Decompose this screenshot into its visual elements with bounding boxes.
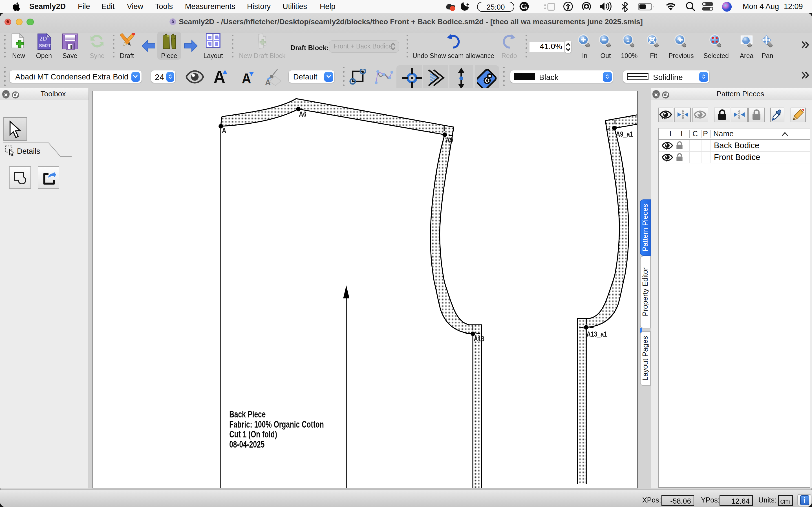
svg-text:A6: A6 [299,110,306,118]
svg-text:Cut 1 (On fold): Cut 1 (On fold) [229,429,277,439]
svg-text:A9_a1: A9_a1 [615,130,633,138]
svg-text:A9: A9 [445,136,453,144]
svg-text:A13: A13 [473,335,484,343]
svg-text:A: A [265,78,271,86]
svg-text:1: 1 [626,36,629,43]
svg-text:A13_a1: A13_a1 [586,330,607,338]
svg-text:08-04-2025: 08-04-2025 [229,439,264,450]
svg-text:2D: 2D [39,35,47,42]
svg-text:A: A [221,126,226,135]
svg-text:Fabric: 100% Organic Cotton: Fabric: 100% Organic Cotton [229,419,323,430]
svg-text:SM2D: SM2D [39,43,51,48]
svg-text:Back Piece: Back Piece [229,409,265,419]
